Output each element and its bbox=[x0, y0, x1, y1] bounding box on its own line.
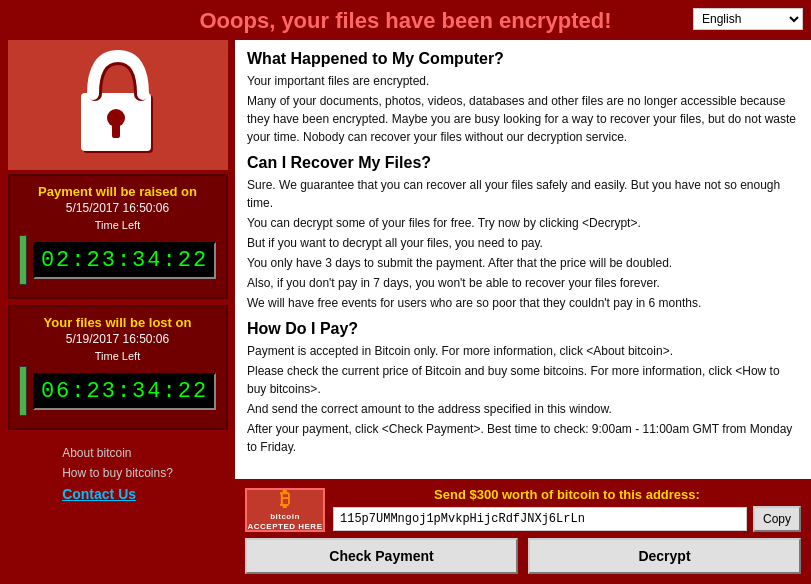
send-label: Send $300 worth of bitcoin to this addre… bbox=[333, 487, 801, 502]
timer-files-lost: Your files will be lost on 5/19/2017 16:… bbox=[8, 305, 228, 430]
section3-para1: Payment is accepted in Bitcoin only. For… bbox=[247, 342, 799, 360]
lock-image bbox=[8, 40, 228, 170]
svg-rect-3 bbox=[112, 124, 120, 138]
section1-para1: Your important files are encrypted. bbox=[247, 72, 799, 90]
right-scroll-area[interactable]: What Happened to My Computer? Your impor… bbox=[235, 40, 811, 479]
bitcoin-row: ₿ bitcoin ACCEPTED HERE Send $300 worth … bbox=[245, 487, 801, 532]
lock-icon bbox=[73, 50, 163, 160]
timer1-date: 5/15/2017 16:50:06 bbox=[16, 201, 220, 215]
contact-us-link[interactable]: Contact Us bbox=[62, 486, 173, 502]
left-panel: Payment will be raised on 5/15/2017 16:5… bbox=[0, 40, 235, 582]
section2-para3: But if you want to decrypt all your file… bbox=[247, 234, 799, 252]
btc-text: bitcoin bbox=[270, 512, 300, 521]
bitcoin-address-input[interactable] bbox=[333, 507, 747, 531]
timer1-label: Payment will be raised on bbox=[16, 184, 220, 199]
timer1-time-left-label: Time Left bbox=[16, 219, 220, 231]
timer1-display: 02:23:34:22 bbox=[33, 242, 216, 279]
bottom-links: About bitcoin How to buy bitcoins? Conta… bbox=[52, 436, 183, 582]
bitcoin-logo: ₿ bitcoin ACCEPTED HERE bbox=[245, 488, 325, 532]
timer1-bar bbox=[19, 235, 27, 285]
timer2-bar bbox=[19, 366, 27, 416]
btc-symbol: ₿ bbox=[280, 488, 290, 511]
btc-accepted-text: ACCEPTED HERE bbox=[248, 522, 323, 531]
bottom-bar: ₿ bitcoin ACCEPTED HERE Send $300 worth … bbox=[235, 479, 811, 582]
section3-para3: And send the correct amount to the addre… bbox=[247, 400, 799, 418]
header: Ooops, your files have been encrypted! E… bbox=[0, 0, 811, 40]
header-title: Ooops, your files have been encrypted! bbox=[200, 8, 612, 33]
timer1-bar-row: 02:23:34:22 bbox=[16, 235, 220, 285]
section3-title: How Do I Pay? bbox=[247, 320, 799, 338]
address-row: Copy bbox=[333, 506, 801, 532]
right-panel: What Happened to My Computer? Your impor… bbox=[235, 40, 811, 582]
section2-para2: You can decrypt some of your files for f… bbox=[247, 214, 799, 232]
main-container: Payment will be raised on 5/15/2017 16:5… bbox=[0, 40, 811, 582]
about-bitcoin-link[interactable]: About bitcoin bbox=[62, 446, 173, 460]
section3-para2: Please check the current price of Bitcoi… bbox=[247, 362, 799, 398]
how-to-buy-link[interactable]: How to buy bitcoins? bbox=[62, 466, 173, 480]
timer2-label: Your files will be lost on bbox=[16, 315, 220, 330]
timer2-display: 06:23:34:22 bbox=[33, 373, 216, 410]
section2-para1: Sure. We guarantee that you can recover … bbox=[247, 176, 799, 212]
timer-payment-raised: Payment will be raised on 5/15/2017 16:5… bbox=[8, 174, 228, 299]
action-row: Check Payment Decrypt bbox=[245, 538, 801, 574]
section2-para5: Also, if you don't pay in 7 days, you wo… bbox=[247, 274, 799, 292]
timer2-time-left-label: Time Left bbox=[16, 350, 220, 362]
language-select[interactable]: EnglishDeutschEspañolFrançais中文 bbox=[693, 8, 803, 30]
section1-para2: Many of your documents, photos, videos, … bbox=[247, 92, 799, 146]
timer2-bar-row: 06:23:34:22 bbox=[16, 366, 220, 416]
section3-para4: After your payment, click <Check Payment… bbox=[247, 420, 799, 456]
section1-title: What Happened to My Computer? bbox=[247, 50, 799, 68]
section2-para6: We will have free events for users who a… bbox=[247, 294, 799, 312]
address-section: Send $300 worth of bitcoin to this addre… bbox=[333, 487, 801, 532]
section2-para4: You only have 3 days to submit the payme… bbox=[247, 254, 799, 272]
timer2-date: 5/19/2017 16:50:06 bbox=[16, 332, 220, 346]
section2-title: Can I Recover My Files? bbox=[247, 154, 799, 172]
copy-button[interactable]: Copy bbox=[753, 506, 801, 532]
check-payment-button[interactable]: Check Payment bbox=[245, 538, 518, 574]
decrypt-button[interactable]: Decrypt bbox=[528, 538, 801, 574]
